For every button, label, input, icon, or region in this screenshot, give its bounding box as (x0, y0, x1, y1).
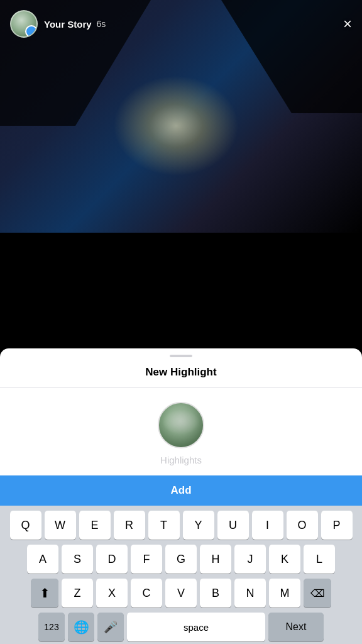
numbers-label: 123 (44, 622, 58, 632)
key-w[interactable]: W (45, 511, 76, 540)
highlight-name-label: Highlights (160, 455, 202, 465)
add-button[interactable]: Add (0, 475, 362, 506)
key-y[interactable]: Y (183, 511, 214, 540)
close-button[interactable]: × (343, 16, 352, 31)
mic-icon: 🎤 (104, 620, 118, 634)
story-duration: 6s (97, 19, 106, 29)
key-k[interactable]: K (269, 545, 300, 574)
next-label: Next (286, 621, 307, 633)
key-v[interactable]: V (165, 579, 197, 608)
key-o[interactable]: O (287, 511, 318, 540)
globe-icon: 🌐 (74, 619, 89, 635)
key-z[interactable]: Z (62, 579, 93, 608)
key-c[interactable]: C (131, 579, 162, 608)
keyboard-row-3: ⬆ Z X C V B N M ⌫ (2, 579, 360, 608)
key-a[interactable]: A (27, 545, 58, 574)
key-t[interactable]: T (148, 511, 180, 540)
key-h[interactable]: H (200, 545, 231, 574)
story-info: Your Story 6s (44, 19, 106, 30)
highlight-cover-area: Highlights (0, 388, 362, 470)
key-f[interactable]: F (131, 545, 162, 574)
sheet-handle-area (0, 348, 362, 357)
key-l[interactable]: L (304, 545, 335, 574)
story-header: Your Story 6s × (0, 10, 362, 38)
key-s[interactable]: S (62, 545, 93, 574)
shift-icon: ⬆ (40, 586, 50, 601)
numbers-key[interactable]: 123 (38, 613, 65, 641)
key-m[interactable]: M (269, 579, 300, 608)
key-n[interactable]: N (234, 579, 266, 608)
space-label: space (184, 622, 209, 633)
sheet-handle (170, 355, 192, 357)
sheet-title: New Highlight (0, 357, 362, 387)
shift-key[interactable]: ⬆ (31, 579, 58, 608)
story-username: Your Story (44, 19, 92, 30)
bottom-sheet: New Highlight Highlights Add Q W E R T Y… (0, 348, 362, 644)
space-key[interactable]: space (127, 613, 265, 641)
key-x[interactable]: X (96, 579, 128, 608)
key-e[interactable]: E (79, 511, 111, 540)
key-j[interactable]: J (234, 545, 266, 574)
key-q[interactable]: Q (10, 511, 41, 540)
key-g[interactable]: G (165, 545, 197, 574)
next-key[interactable]: Next (268, 613, 324, 641)
mic-key[interactable]: 🎤 (97, 613, 124, 641)
key-u[interactable]: U (217, 511, 249, 540)
backspace-icon: ⌫ (310, 587, 325, 599)
key-b[interactable]: B (200, 579, 231, 608)
key-i[interactable]: I (252, 511, 283, 540)
avatar (10, 10, 38, 38)
key-p[interactable]: P (321, 511, 353, 540)
globe-key[interactable]: 🌐 (68, 613, 94, 641)
keyboard-row-2: A S D F G H J K L (2, 545, 360, 574)
keyboard-row-4: 123 🌐 🎤 space Next (2, 613, 360, 641)
story-user-info: Your Story 6s (10, 10, 106, 38)
key-r[interactable]: R (114, 511, 145, 540)
backspace-key[interactable]: ⌫ (304, 579, 331, 608)
keyboard: Q W E R T Y U I O P A S D F G H J K L ⬆ (0, 506, 362, 644)
highlight-thumbnail[interactable] (158, 402, 204, 448)
keyboard-row-1: Q W E R T Y U I O P (2, 511, 360, 540)
key-d[interactable]: D (96, 545, 128, 574)
